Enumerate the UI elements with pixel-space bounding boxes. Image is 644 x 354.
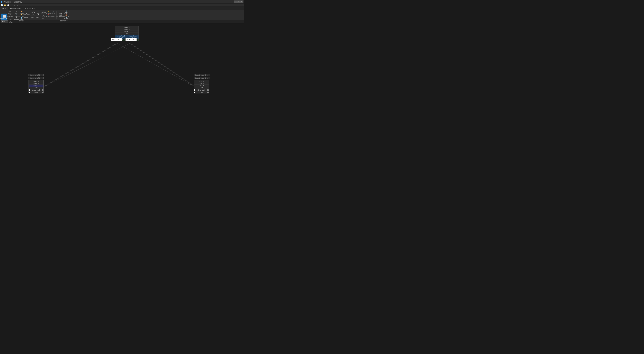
group-editor: 🎬 CREATE VIDEO 📹OTHER VIDEO 📤EXPORT▼ 🔧VI…	[57, 11, 70, 19]
btn-plugins[interactable]: 🔌PLUGINS	[8, 20, 12, 23]
right-layer4: Layer 4	[194, 85, 209, 87]
qa-undo[interactable]: ↩	[10, 4, 12, 6]
color-icon: 🎨	[21, 11, 22, 12]
maximize-button[interactable]: □	[237, 0, 240, 3]
aux-1-ch2-node[interactable]: AUX 1 CH 2	[126, 38, 137, 41]
svg-line-0	[36, 43, 117, 91]
left-layer5: Layer 5	[29, 82, 44, 85]
btn-marker[interactable]: 📍MARKER	[46, 14, 51, 17]
btn-audio-tools[interactable]: 🔊AUDIO	[51, 11, 56, 14]
title-bar-controls[interactable]: ─ □ ✕	[234, 0, 243, 3]
btn-scene[interactable]: 🎬SCENE	[8, 11, 12, 14]
svg-line-4	[130, 44, 202, 91]
btn-video-tools[interactable]: 🔧VIDEO TOOLS▼	[64, 17, 68, 20]
add-items: ✂SPLIT AT▼ 👁PREVIEW MODE▼ ✏EDIT ◉CURRENT…	[31, 11, 56, 17]
aux-1-ch1-node[interactable]: AUX 1 CH 1	[111, 38, 122, 41]
other-video-icon: 📹	[66, 10, 67, 12]
layer5-row: Layer 5	[116, 28, 138, 30]
add-icon: ➕	[9, 17, 11, 18]
btn-color[interactable]: 🎨COLOR	[19, 11, 24, 14]
other-tools-icon: ⋯	[53, 14, 54, 16]
btn-workspace[interactable]: ⬜ WORKSPACE	[1, 13, 8, 21]
masking-icon: ⬡	[43, 10, 44, 12]
qa-open[interactable]: 📂	[4, 4, 6, 6]
title-bar: ▶ Mauritius - Turbo Play ─ □ ✕	[0, 0, 244, 4]
close-button[interactable]: ✕	[240, 0, 243, 3]
btn-animation[interactable]: ▶ANIMATION▼	[24, 12, 29, 15]
btn-images[interactable]: 🖼IMAGES	[14, 17, 19, 20]
edit-icon: ✏	[38, 11, 39, 13]
workspace-icon: ⬜	[3, 15, 6, 17]
scene-icon: 🎬	[9, 11, 11, 12]
layer6-row: Layer 6	[116, 26, 138, 28]
animation-icon: ▶	[26, 12, 27, 14]
unconnected-ch1: Unconnected CH 1	[28, 74, 44, 76]
btn-text[interactable]: TTEXT	[14, 11, 19, 14]
quick-access-toolbar: 📄 📂 💾 ↩ ↪ ▼	[0, 4, 244, 7]
btn-actions[interactable]: ⚡ACTIONS	[46, 11, 51, 14]
model-icon: 🧊	[21, 17, 22, 19]
app-title: Mauritius - Turbo Play	[4, 1, 22, 3]
qa-save[interactable]: 💾	[7, 4, 10, 6]
aux1-ch1-label: AUX 1 CH 1	[112, 39, 120, 40]
group-add: ✂SPLIT AT▼ 👁PREVIEW MODE▼ ✏EDIT ◉CURRENT…	[30, 11, 56, 19]
right-text: Text	[194, 87, 209, 89]
other-track-icon: ⋯	[26, 15, 27, 17]
btn-view[interactable]: ⊞VIEW	[41, 14, 46, 17]
folder-icon: 📁	[21, 14, 22, 15]
qa-redo[interactable]: ↪	[13, 4, 16, 6]
actions-icon: ⚡	[48, 11, 49, 13]
btn-model[interactable]: 🧊MODEL	[19, 17, 24, 20]
images-icon: 🖼	[16, 17, 17, 19]
right-main-node: Layer 6 Layer 5 Layer 4 Text Video Track…	[194, 80, 209, 93]
editor-label: EDITOR	[60, 20, 66, 22]
timeline-icon: ⏱	[10, 14, 11, 15]
right-sound-port-right	[207, 92, 209, 93]
ribbon: FILE ARRANGER ADVANCED ⬜ WORKSPACE 🎬SCEN…	[0, 7, 244, 20]
right-video-track-label: Video Track	[195, 89, 207, 91]
btn-create-video[interactable]: 🎬 CREATE VIDEO	[58, 12, 64, 19]
preview-icon: 👁	[32, 14, 34, 15]
left-video-port-left	[29, 89, 30, 91]
left-text: Text	[29, 87, 44, 89]
btn-other-track[interactable]: ⋯OTHER▼	[24, 15, 29, 18]
btn-current-mode[interactable]: ◉CURRENT MODE▼	[36, 14, 40, 17]
ribbon-content: ⬜ WORKSPACE 🎬SCENE ⏱TIMELINE ➕ADD 🔌PLUGI…	[0, 10, 244, 20]
split-icon: ✂	[33, 10, 34, 12]
left-sound-port-right	[42, 92, 44, 93]
unconnected-ch2: Unconnected CH 2	[28, 77, 44, 79]
btn-timeline[interactable]: ⏱TIMELINE	[8, 14, 12, 17]
right-video-port-right	[207, 89, 209, 91]
qa-new[interactable]: 📄	[1, 4, 3, 6]
left-video-port-right	[42, 89, 44, 91]
btn-other-video[interactable]: 📹OTHER VIDEO	[64, 11, 68, 14]
svg-line-2	[36, 43, 130, 91]
plugins-icon: 🔌	[9, 20, 11, 22]
btn-add[interactable]: ➕ADD	[8, 17, 12, 20]
btn-other-tools[interactable]: ⋯OTHER	[51, 14, 56, 17]
left-sound-port-left	[29, 92, 30, 93]
title-bar-left: ▶ Mauritius - Turbo Play	[1, 0, 22, 3]
workspace-bar: BACK	[0, 20, 244, 23]
svg-line-3	[130, 43, 202, 91]
left-layer6: Layer 6	[29, 80, 44, 82]
tab-advanced[interactable]: ADVANCED	[23, 7, 37, 10]
right-sound-label: Sound	[195, 91, 207, 93]
tab-file[interactable]: FILE	[0, 7, 8, 10]
main-canvas: Layer 6 Layer 5 Layer 4 Text Video Track…	[0, 23, 244, 137]
tab-arranger[interactable]: ARRANGER	[8, 7, 23, 10]
right-layer6: Layer 6	[194, 80, 209, 82]
export-icon: 📤	[66, 14, 67, 15]
back-button[interactable]: BACK	[1, 20, 8, 23]
current-mode-icon: ◉	[38, 14, 39, 15]
minimize-button[interactable]: ─	[234, 0, 237, 3]
audio-tools-icon: 🔊	[52, 11, 54, 13]
text-icon: T	[16, 11, 17, 12]
track-label: TRACK	[19, 20, 24, 22]
group-track: TTEXT 🎵AUDIO 🖼IMAGES 🎨COLOR 📁FOLDER 🧊MOD…	[14, 11, 30, 19]
btn-audio[interactable]: 🎵AUDIO	[14, 14, 19, 17]
audio-icon: 🎵	[16, 14, 18, 15]
default-render-ch2: Default render CH 2	[194, 77, 210, 79]
btn-preview-mode[interactable]: 👁PREVIEW MODE▼	[31, 14, 36, 17]
btn-masking-tool[interactable]: ⬡MASKING TOOL▼	[41, 11, 46, 14]
